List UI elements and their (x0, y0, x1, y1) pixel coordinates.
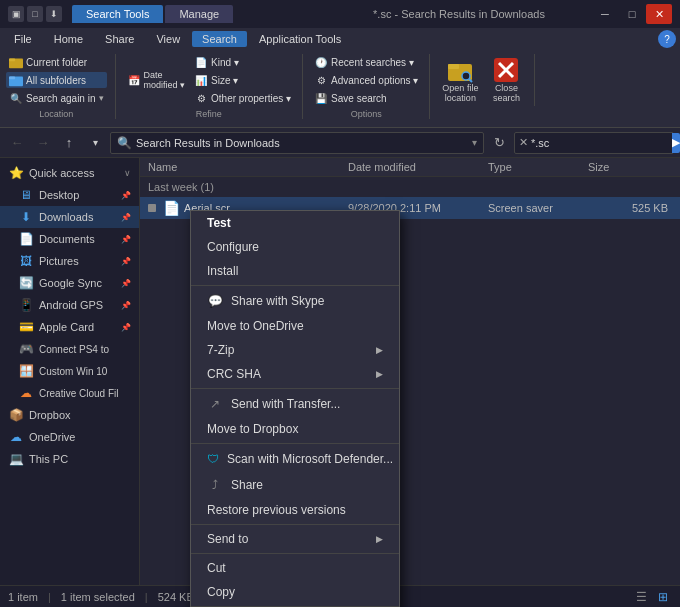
details-view-button[interactable]: ☰ (632, 588, 650, 606)
ctx-item-send-transfer[interactable]: ↗ Send with Transfer... (191, 391, 399, 417)
ctx-item-test[interactable]: Test (191, 211, 399, 235)
ctx-item-onedrive[interactable]: Move to OneDrive (191, 314, 399, 338)
sidebar-item-quick-access[interactable]: ⭐ Quick access ∨ (0, 162, 139, 184)
item-count: 1 item (8, 591, 38, 603)
sidebar-item-apple-card[interactable]: 💳 Apple Card 📌 (0, 316, 139, 338)
back-button[interactable]: ← (6, 132, 28, 154)
list-view-button[interactable]: ⊞ (654, 588, 672, 606)
menu-share[interactable]: Share (95, 31, 144, 47)
search-again-btn[interactable]: 🔍 Search again in ▾ (6, 90, 107, 106)
ctx-item-install[interactable]: Install (191, 259, 399, 283)
ctx-item-share[interactable]: ⤴ Share (191, 472, 399, 498)
col-header-type[interactable]: Type (488, 161, 588, 173)
kind-icon: 📄 (194, 55, 208, 69)
menu-view[interactable]: View (146, 31, 190, 47)
ctx-item-defender[interactable]: 🛡 Scan with Microsoft Defender... (191, 446, 399, 472)
ctx-item-crc-sha[interactable]: CRC SHA (191, 362, 399, 386)
ctx-item-dropbox[interactable]: Move to Dropbox (191, 417, 399, 441)
menu-search[interactable]: Search (192, 31, 247, 47)
sidebar-label-dropbox: Dropbox (29, 409, 71, 421)
ctx-item-configure[interactable]: Configure (191, 235, 399, 259)
properties-icon: ⚙ (194, 91, 208, 105)
sidebar-label-android-gps: Android GPS (39, 299, 103, 311)
other-props-btn[interactable]: ⚙ Other properties ▾ (191, 90, 294, 106)
save-search-btn[interactable]: 💾 Save search (311, 90, 421, 106)
refine-group-label: Refine (196, 109, 222, 119)
ctx-item-share-skype[interactable]: 💬 Share with Skype (191, 288, 399, 314)
sidebar-item-this-pc[interactable]: 💻 This PC (0, 448, 139, 470)
sidebar-item-google-sync[interactable]: 🔄 Google Sync 📌 (0, 272, 139, 294)
ctx-item-send-to[interactable]: Send to (191, 527, 399, 551)
kind-btn[interactable]: 📄 Kind ▾ (191, 54, 294, 70)
sidebar-item-desktop[interactable]: 🖥 Desktop 📌 (0, 184, 139, 206)
sidebar-item-dropbox[interactable]: 📦 Dropbox (0, 404, 139, 426)
col-header-modified[interactable]: Date modified (348, 161, 488, 173)
ctx-item-7zip[interactable]: 7-Zip (191, 338, 399, 362)
menu-file[interactable]: File (4, 31, 42, 47)
pictures-icon: 🖼 (18, 253, 34, 269)
svg-rect-3 (9, 77, 15, 80)
google-sync-icon: 🔄 (18, 275, 34, 291)
status-sep-2: | (145, 591, 148, 603)
android-gps-pin: 📌 (121, 301, 131, 310)
ctx-share-skype-label: Share with Skype (231, 294, 383, 308)
address-path[interactable]: 🔍 Search Results in Downloads ▾ (110, 132, 484, 154)
transfer-icon: ↗ (207, 396, 223, 412)
sidebar-item-ps4[interactable]: 🎮 Connect PS4 to (0, 338, 139, 360)
windows-icon: 🪟 (18, 363, 34, 379)
help-button[interactable]: ? (658, 30, 676, 48)
sidebar-item-pictures[interactable]: 🖼 Pictures 📌 (0, 250, 139, 272)
advanced-options-btn[interactable]: ⚙ Advanced options ▾ (311, 72, 421, 88)
search-again-icon: 🔍 (9, 91, 23, 105)
ctx-7zip-label: 7-Zip (207, 343, 368, 357)
refresh-button[interactable]: ↻ (488, 132, 510, 154)
search-tools-tab[interactable]: Search Tools (72, 5, 163, 23)
recent-locations-button[interactable]: ▾ (84, 132, 106, 154)
sidebar-label-apple-card: Apple Card (39, 321, 94, 333)
share-icon: ⤴ (207, 477, 223, 493)
up-button[interactable]: ↑ (58, 132, 80, 154)
size-btn[interactable]: 📊 Size ▾ (191, 72, 294, 88)
search-input[interactable] (531, 137, 669, 149)
recent-searches-label: Recent searches ▾ (331, 57, 414, 68)
search-submit-button[interactable]: ▶ (672, 133, 680, 153)
view-controls: ☰ ⊞ (632, 588, 672, 606)
sidebar-label-onedrive: OneDrive (29, 431, 75, 443)
current-folder-label: Current folder (26, 57, 87, 68)
all-subfolders-btn[interactable]: All subfolders (6, 72, 107, 88)
folder-icon (9, 55, 23, 69)
ctx-item-cut[interactable]: Cut (191, 556, 399, 580)
sidebar: ⭐ Quick access ∨ 🖥 Desktop 📌 ⬇ Downloads… (0, 158, 140, 585)
sidebar-item-downloads[interactable]: ⬇ Downloads 📌 (0, 206, 139, 228)
minimize-button[interactable]: ─ (592, 4, 618, 24)
menu-home[interactable]: Home (44, 31, 93, 47)
ctx-copy-label: Copy (207, 585, 383, 599)
ribbon-group-refine: 📅 Datemodified ▾ 📄 Kind ▾ 📊 Size ▾ ⚙ Oth… (124, 54, 304, 119)
ctx-item-copy[interactable]: Copy (191, 580, 399, 604)
current-folder-btn[interactable]: Current folder (6, 54, 107, 70)
sidebar-item-custom-win[interactable]: 🪟 Custom Win 10 (0, 360, 139, 382)
sidebar-item-documents[interactable]: 📄 Documents 📌 (0, 228, 139, 250)
col-header-name[interactable]: Name (148, 161, 348, 173)
recent-searches-btn[interactable]: 🕐 Recent searches ▾ (311, 54, 421, 70)
ribbon-group-location: Current folder All subfolders 🔍 Search a… (6, 54, 116, 119)
forward-button[interactable]: → (32, 132, 54, 154)
close-search-btn[interactable]: Closesearch (486, 54, 526, 106)
open-file-location-btn[interactable]: Open filelocation (438, 54, 482, 106)
date-modified-btn[interactable]: 📅 Datemodified ▾ (124, 54, 189, 106)
column-headers: Name Date modified Type Size (140, 158, 680, 177)
ctx-item-restore-versions[interactable]: Restore previous versions (191, 498, 399, 522)
ctx-crc-sha-label: CRC SHA (207, 367, 368, 381)
sidebar-item-android-gps[interactable]: 📱 Android GPS 📌 (0, 294, 139, 316)
col-header-size[interactable]: Size (588, 161, 668, 173)
close-button[interactable]: ✕ (646, 4, 672, 24)
manage-tab[interactable]: Manage (165, 5, 233, 23)
sidebar-item-creative-cloud[interactable]: ☁ Creative Cloud Fil (0, 382, 139, 404)
sidebar-item-onedrive[interactable]: ☁ OneDrive (0, 426, 139, 448)
window-icon-1: ▣ (8, 6, 24, 22)
defender-icon: 🛡 (207, 451, 219, 467)
location-group-label: Location (39, 109, 73, 119)
maximize-button[interactable]: □ (619, 4, 645, 24)
menu-application-tools[interactable]: Application Tools (249, 31, 351, 47)
open-file-location-label: Open filelocation (442, 84, 478, 104)
